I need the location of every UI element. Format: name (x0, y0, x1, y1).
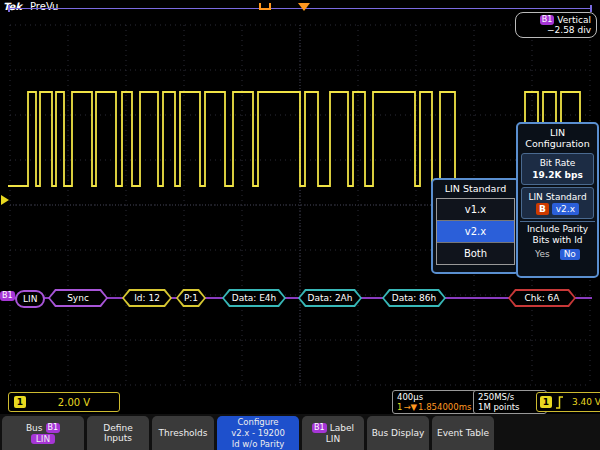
lin-standard-dropdown: LIN Standard v1.x v2.x Both (431, 178, 520, 274)
dropdown-option-both[interactable]: Both (437, 242, 514, 264)
tek-logo: Tek (3, 1, 22, 12)
bus-type-label: LIN (15, 290, 45, 308)
lin-standard-label: LIN Standard (522, 191, 593, 203)
menu-event-table-button[interactable]: Event Table (432, 416, 494, 450)
dropdown-title: LIN Standard (433, 180, 518, 196)
vertical-label: Vertical (557, 15, 591, 25)
delay-marker-icon: →▼ (403, 402, 417, 412)
bus-value-chip: LIN (31, 434, 55, 444)
menu-bus-display-button[interactable]: Bus Display (367, 416, 429, 450)
include-parity-section: Include Parity Bits with Id Yes No (520, 221, 595, 260)
b1-badge: B1 (46, 423, 61, 433)
waveform-trace (8, 92, 592, 186)
decode-bubble-data2: Data: 2Ah (298, 289, 362, 307)
b1-badge: B1 (540, 15, 555, 25)
trigger-readout: 1 3.40 V (536, 392, 600, 412)
decode-bubble-id: Id: 12 (122, 289, 172, 307)
record-length-value: 1M points (478, 402, 542, 412)
delay-channel-badge: 1 (397, 402, 402, 412)
bus-b-badge: B (536, 203, 549, 215)
rising-edge-icon (555, 396, 564, 409)
channel1-scale-readout: 1 2.00 V (8, 392, 120, 412)
trigger-position-icon[interactable] (298, 3, 310, 11)
b1-badge: B1 (312, 423, 327, 433)
trigger-source-badge: 1 (540, 396, 552, 408)
menu-configure-button[interactable]: Configure v2.x - 19200 Id w/o Parity (217, 416, 299, 450)
include-parity-label: Include Parity Bits with Id (520, 224, 595, 246)
decode-bubble-parity: P:1 (176, 289, 206, 307)
bit-rate-value: 19.2K bps (522, 169, 593, 181)
expansion-marker-icon (259, 3, 271, 10)
channel1-scale-value: 2.00 V (58, 397, 90, 408)
channel1-badge: 1 (14, 396, 26, 408)
menu-label-button[interactable]: B1 Label LIN (302, 416, 364, 450)
channel1-ground-marker-icon[interactable] (1, 195, 9, 205)
trigger-level-value: 3.40 V (572, 397, 600, 407)
decode-bubble-data1: Data: E4h (222, 289, 286, 307)
dropdown-option-v1x[interactable]: v1.x (437, 199, 514, 220)
timebase-readout: 400µs 1 →▼ 1.854000ms (392, 390, 480, 414)
bit-rate-label: Bit Rate (522, 157, 593, 169)
panel-title: LIN Configuration (518, 124, 597, 151)
decode-bubble-sync: Sync (48, 289, 108, 307)
decode-bubble-data3: Data: 86h (382, 289, 446, 307)
menu-thresholds-button[interactable]: Thresholds (152, 416, 214, 450)
oscilloscope-screen: Tek PreVu B1 Vertical −2.58 div LIN Stan… (0, 0, 600, 450)
timebase-value: 400µs (397, 392, 475, 402)
acqbar-right-tick (590, 5, 592, 12)
parity-yes-option[interactable]: Yes (535, 249, 550, 260)
decode-bubble-checksum: Chk: 6A (508, 289, 576, 307)
delay-time-value: 1.854000ms (418, 402, 471, 412)
vertical-value: −2.58 div (521, 25, 591, 35)
vertical-readout-badge: B1 Vertical −2.58 div (515, 12, 597, 38)
parity-no-option[interactable]: No (560, 249, 580, 260)
lin-configuration-panel: LIN Configuration Bit Rate 19.2K bps LIN… (516, 122, 599, 278)
dropdown-list: v1.x v2.x Both (436, 198, 515, 265)
acquisition-mode-label: PreVu (30, 1, 58, 12)
lin-standard-button[interactable]: LIN Standard B v2.x (521, 187, 594, 219)
lin-standard-value: v2.x (552, 203, 579, 215)
dropdown-option-v2x[interactable]: v2.x (437, 220, 514, 242)
bit-rate-button[interactable]: Bit Rate 19.2K bps (521, 153, 594, 185)
sample-rate-value: 250MS/s (478, 392, 542, 402)
bus-b1-badge: B1 (0, 291, 15, 301)
menu-bus-button[interactable]: Bus B1 LIN (2, 416, 84, 450)
acqbar-left-tick (8, 5, 10, 12)
menu-define-inputs-button[interactable]: Define Inputs (87, 416, 149, 450)
